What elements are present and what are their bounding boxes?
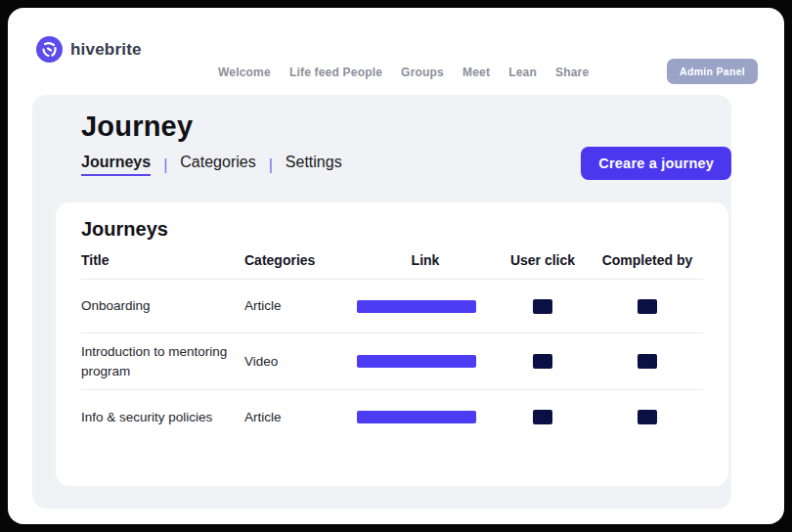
nav-item-groups[interactable]: Groups xyxy=(401,66,444,79)
completed-by-square xyxy=(638,354,657,369)
link-bar[interactable] xyxy=(357,355,476,368)
row-category: Article xyxy=(244,408,357,427)
column-header-categories: Categories xyxy=(244,252,357,268)
user-click-square xyxy=(533,299,552,314)
completed-by-square xyxy=(638,299,657,314)
brand-logo: hivebrite xyxy=(36,36,142,63)
table-row: Introduction to mentoring program Video xyxy=(81,333,703,390)
journeys-card-title: Journeys xyxy=(81,218,703,241)
user-click-square xyxy=(533,410,552,424)
app-window: hivebrite Welcome Life feed People Group… xyxy=(8,8,784,524)
hivebrite-logo-icon xyxy=(36,36,63,63)
column-header-user-click: User click xyxy=(510,252,575,268)
page-title: Journey xyxy=(81,111,193,143)
row-title: Introduction to mentoring program xyxy=(81,342,244,380)
row-title: Onboarding xyxy=(81,296,244,316)
row-title: Info & security policies xyxy=(81,408,244,427)
journey-page-panel: Journey Journeys | Categories | Settings… xyxy=(32,95,731,509)
row-category: Video xyxy=(244,352,357,372)
nav-item-welcome[interactable]: Welcome xyxy=(218,66,271,79)
completed-by-square xyxy=(638,410,657,424)
journeys-card: Journeys Title Categories Link User clic… xyxy=(56,202,728,486)
table-row: Onboarding Article xyxy=(81,280,703,333)
tab-separator: | xyxy=(163,156,167,174)
journey-tabs: Journeys | Categories | Settings xyxy=(81,154,342,176)
column-header-title: Title xyxy=(81,252,244,268)
column-header-completed-by: Completed by xyxy=(602,252,693,268)
tab-separator: | xyxy=(269,156,273,174)
tab-categories[interactable]: Categories xyxy=(180,154,255,176)
table-row: Info & security policies Article xyxy=(81,390,703,444)
tab-journeys[interactable]: Journeys xyxy=(81,154,151,176)
brand-name: hivebrite xyxy=(70,40,142,60)
nav-item-lean[interactable]: Lean xyxy=(508,66,537,79)
row-category: Article xyxy=(244,296,357,316)
tab-settings[interactable]: Settings xyxy=(286,154,342,176)
link-bar[interactable] xyxy=(357,300,476,313)
user-click-square xyxy=(533,354,552,369)
admin-panel-button[interactable]: Admin Panel xyxy=(667,59,758,84)
nav-item-meet[interactable]: Meet xyxy=(462,66,490,79)
create-journey-button[interactable]: Creare a journey xyxy=(581,147,731,180)
nav-item-share[interactable]: Share xyxy=(555,66,589,79)
link-bar[interactable] xyxy=(357,411,476,423)
nav-item-life-feed-people[interactable]: Life feed People xyxy=(289,66,382,79)
table-body: Onboarding Article Introduction to mento… xyxy=(81,280,703,444)
top-navigation: Welcome Life feed People Groups Meet Lea… xyxy=(218,66,589,79)
column-header-link: Link xyxy=(412,252,440,268)
table-header-row: Title Categories Link User click Complet… xyxy=(81,241,703,280)
